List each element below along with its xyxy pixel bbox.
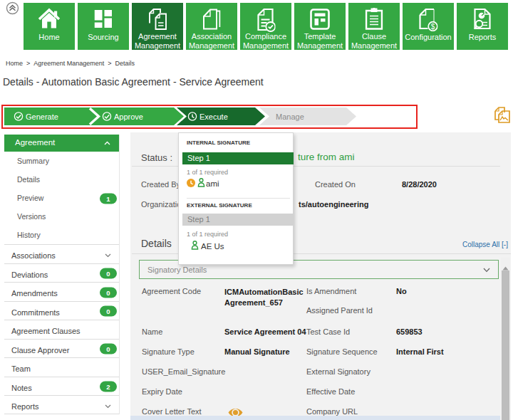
svg-text:Approve: Approve xyxy=(114,112,143,121)
svg-text:$: $ xyxy=(431,23,435,31)
svg-text:Execute: Execute xyxy=(200,112,228,121)
svg-text:Generate: Generate xyxy=(26,112,58,121)
svg-text:Manage: Manage xyxy=(276,112,304,121)
